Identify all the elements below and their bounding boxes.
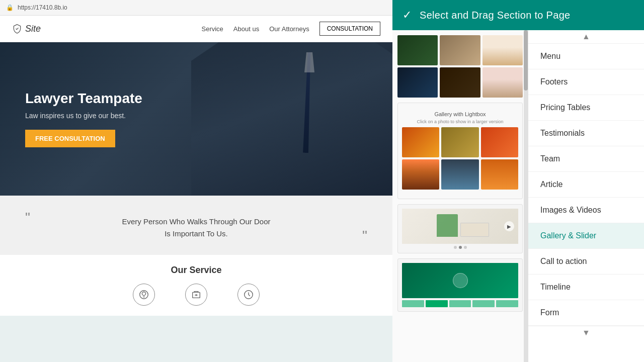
team-label: Team <box>540 154 560 163</box>
service-circle-2 <box>185 284 207 306</box>
gallery-slider-label: Gallery & Slider <box>540 231 596 240</box>
gallery-grid-1 <box>397 35 523 98</box>
sidebar-nav: ▲ Menu Footers Pricing Tables Testimonia… <box>528 30 644 362</box>
sidebar-item-gallery-slider[interactable]: Gallery & Slider <box>528 223 644 249</box>
free-consultation-button[interactable]: FREE CONSULTATION <box>25 130 115 147</box>
call-to-action-label: Call to action <box>540 257 587 266</box>
quote-text: Every Person Who Walks Through Our DoorI… <box>25 216 367 240</box>
site-logo: Site <box>12 24 41 34</box>
content-area: Gallery with Lightbox Click on a photo t… <box>392 30 644 362</box>
sidebar-item-call-to-action[interactable]: Call to action <box>528 249 644 275</box>
website-preview: 🔒 https://17410.8b.io Site Service About… <box>0 0 392 362</box>
slider-container: ▶ <box>397 204 523 253</box>
service-circle-3 <box>237 284 260 306</box>
sidebar-item-team[interactable]: Team <box>528 146 644 172</box>
hero-section: Lawyer Teampate Law inspires us to give … <box>0 42 392 196</box>
form-label: Form <box>540 308 559 317</box>
service-title: Our Service <box>10 265 382 276</box>
thumb-reflection <box>441 159 478 190</box>
nav-service[interactable]: Service <box>201 25 223 33</box>
sidebar-item-images-videos[interactable]: Images & Videos <box>528 198 644 223</box>
thumb-mountain <box>482 35 523 65</box>
consultation-button[interactable]: CONSULTATION <box>319 22 380 36</box>
timeline-label: Timeline <box>540 283 571 292</box>
green-mini-5 <box>496 300 518 307</box>
header-title: Select and Drag Section to Page <box>420 10 571 21</box>
hero-subtitle: Law inspires us to give our best. <box>25 112 142 120</box>
lock-icon: 🔒 <box>6 4 14 11</box>
gallery-sublabel: Click on a photo to show in a larger ver… <box>402 119 518 124</box>
scroll-track <box>524 30 528 362</box>
thumb-pink-mtn <box>482 67 523 98</box>
green-mini-3 <box>449 300 471 307</box>
images-videos-label: Images & Videos <box>540 206 601 215</box>
service-icon-3 <box>237 284 260 306</box>
sidebar-item-timeline[interactable]: Timeline <box>528 275 644 300</box>
service-icon-2 <box>185 284 207 306</box>
hero-title: Lawyer Teampate <box>25 90 142 107</box>
thumb-portrait <box>440 67 480 98</box>
gallery-lightbox-container: Gallery with Lightbox Click on a photo t… <box>397 103 523 199</box>
right-panel: ✓ Select and Drag Section to Page <box>392 0 644 362</box>
sidebar-item-testimonials[interactable]: Testimonials <box>528 121 644 146</box>
article-label: Article <box>540 180 562 189</box>
shield-icon <box>12 24 22 34</box>
footers-label: Footers <box>540 77 568 86</box>
sidebar-item-menu[interactable]: Menu <box>528 44 644 69</box>
slider-dot-3[interactable] <box>464 246 467 249</box>
top-header: ✓ Select and Drag Section to Page <box>392 0 644 30</box>
quote-section: " Every Person Who Walks Through Our Doo… <box>0 196 392 255</box>
check-icon: ✓ <box>403 9 412 22</box>
service-circle-1 <box>133 284 155 306</box>
sidebar-item-footers[interactable]: Footers <box>528 69 644 95</box>
green-mini-1 <box>402 300 424 307</box>
logo-text: Site <box>25 24 41 34</box>
thumb-grass <box>440 35 480 65</box>
thumb-sunset <box>402 127 439 157</box>
slider-next-arrow[interactable]: ▶ <box>504 221 514 231</box>
slider-dot-2[interactable] <box>459 246 462 249</box>
slider-image: ▶ <box>402 209 518 244</box>
green-slider-container: ◀ ▶ <box>397 258 523 312</box>
thumb-orange-sky <box>481 127 518 157</box>
scroll-thumb[interactable] <box>524 30 528 90</box>
pricing-tables-label: Pricing Tables <box>540 103 590 112</box>
green-mini-thumbs <box>402 300 518 307</box>
nav-about[interactable]: About us <box>233 25 259 33</box>
browser-bar: 🔒 https://17410.8b.io <box>0 0 392 16</box>
thumb-dark-tree <box>397 67 438 98</box>
testimonials-label: Testimonials <box>540 129 585 138</box>
gallery-label: Gallery with Lightbox <box>402 111 518 117</box>
url-bar: https://17410.8b.io <box>18 4 67 11</box>
sidebar-item-pricing-tables[interactable]: Pricing Tables <box>528 95 644 121</box>
scroll-up-arrow[interactable]: ▲ <box>528 30 644 44</box>
service-section: Our Service <box>0 255 392 316</box>
quote-open-icon: " <box>25 210 30 226</box>
nav-links: Service About us Our Attorneys CONSULTAT… <box>201 22 380 36</box>
green-slider-image: ◀ ▶ <box>402 263 518 298</box>
thumb-purple-sky <box>402 159 439 190</box>
thumb-forest <box>397 35 438 65</box>
thumb-horizon <box>481 159 518 190</box>
sidebar-item-form[interactable]: Form <box>528 300 644 326</box>
menu-label: Menu <box>540 52 560 61</box>
service-icons-row <box>10 284 382 306</box>
hero-content: Lawyer Teampate Law inspires us to give … <box>25 90 142 147</box>
site-nav: Site Service About us Our Attorneys CONS… <box>0 16 392 42</box>
thumb-golden <box>441 127 478 157</box>
green-mini-4 <box>472 300 495 307</box>
thumbnails-panel[interactable]: Gallery with Lightbox Click on a photo t… <box>392 30 528 362</box>
green-mini-2 <box>426 300 448 307</box>
service-icon-1 <box>133 284 155 306</box>
slider-dots <box>402 246 518 249</box>
nav-attorneys[interactable]: Our Attorneys <box>269 25 309 33</box>
sidebar-item-article[interactable]: Article <box>528 172 644 198</box>
scroll-down-arrow[interactable]: ▼ <box>528 326 644 339</box>
gallery-grid-2 <box>402 127 518 190</box>
slider-dot-1[interactable] <box>454 246 457 249</box>
quote-close-icon: " <box>362 228 367 244</box>
